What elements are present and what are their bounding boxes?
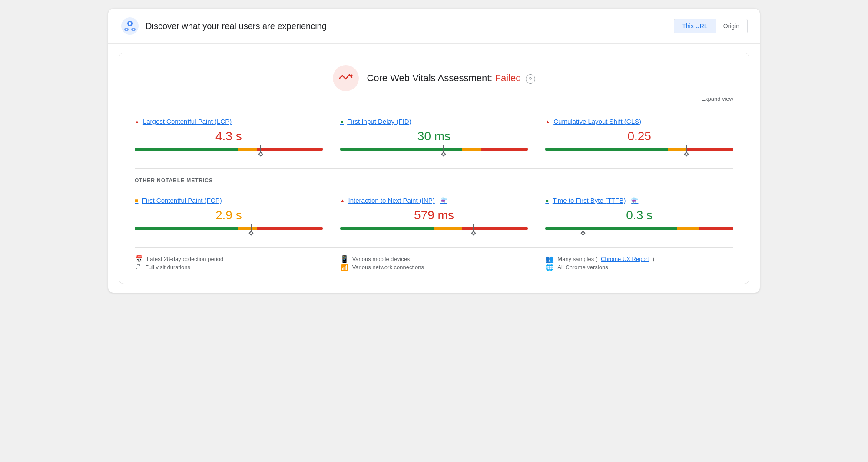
bar-marker-cls [685,145,688,156]
bar-red-fcp [257,227,322,230]
other-metrics-grid: ■ First Contentful Paint (FCP) 2.9 s ▲ I… [135,190,733,237]
metric-item-fcp: ■ First Contentful Paint (FCP) 2.9 s [135,190,323,237]
footer-item-text: Various network connections [352,264,424,271]
progress-bar-ttfb [545,227,733,230]
bar-red-cls [686,148,733,151]
bar-red-ttfb [699,227,733,230]
bar-marker-fcp [249,224,253,235]
bar-orange-fid [462,148,481,151]
progress-bar-lcp [135,148,323,151]
svg-point-4 [129,22,131,25]
header: Discover what your real users are experi… [108,9,760,44]
bar-green-fcp [135,227,238,230]
metric-label-text-cls: Cumulative Layout Shift (CLS) [553,118,641,125]
experimental-icon: ⚗️ [440,197,447,204]
bar-red-fid [481,148,528,151]
metric-label-ttfb[interactable]: ● Time to First Byte (TTFB) ⚗️ [545,197,733,204]
status-icon-fcp: ■ [135,197,138,204]
metric-label-text-fid: First Input Delay (FID) [347,118,411,125]
bar-green-cls [545,148,667,151]
expand-view-button[interactable]: Expand view [135,96,733,102]
cwv-info-icon[interactable]: ? [526,74,535,84]
marker-diamond-inp [471,231,476,235]
header-left: Discover what your real users are experi… [120,16,327,36]
other-metrics-title: OTHER NOTABLE METRICS [135,178,733,184]
metric-label-text-inp: Interaction to Next Paint (INP) [348,197,435,204]
footer-col-1: 📱Various mobile devices📶Various network … [340,255,528,271]
metric-value-fcp: 2.9 s [135,208,323,222]
metric-label-lcp[interactable]: ▲ Largest Contentful Paint (LCP) [135,118,323,125]
metric-label-text-ttfb: Time to First Byte (TTFB) [553,197,626,204]
footer-item-icon: 👥 [545,255,554,263]
cwv-status: Failed [495,73,521,83]
experimental-icon: ⚗️ [631,197,638,204]
footer-item-icon: ⏱ [135,263,142,271]
main-card: Core Web Vitals Assessment: Failed ? Exp… [119,53,749,284]
status-icon-fid: ● [340,118,344,125]
footer-item-text: Full visit durations [145,264,190,271]
footer-item: 🌐All Chrome versions [545,263,733,271]
cwv-header: Core Web Vitals Assessment: Failed ? [135,65,733,91]
url-toggle: This URL Origin [674,19,748,33]
svg-point-5 [126,29,127,30]
footer-col-2: 👥Many samples (Chrome UX Report)🌐All Chr… [545,255,733,271]
footer-item-text: Latest 28-day collection period [147,256,223,262]
footer-item-icon: 🌐 [545,263,554,271]
svg-marker-7 [351,74,353,76]
metric-item-ttfb: ● Time to First Byte (TTFB) ⚗️ 0.3 s [545,190,733,237]
bar-orange-cls [668,148,686,151]
bar-orange-lcp [238,148,257,151]
status-icon-ttfb: ● [545,197,549,204]
metric-value-ttfb: 0.3 s [545,208,733,222]
metric-label-cls[interactable]: ▲ Cumulative Layout Shift (CLS) [545,118,733,125]
progress-bar-fid [340,148,528,151]
metric-label-text-lcp: Largest Contentful Paint (LCP) [143,118,232,125]
metric-label-inp[interactable]: ▲ Interaction to Next Paint (INP) ⚗️ [340,197,528,204]
logo-icon [120,16,139,36]
metric-value-cls: 0.25 [545,129,733,143]
bar-marker-fid [442,145,445,156]
footer-col-0: 📅Latest 28-day collection period⏱Full vi… [135,255,323,271]
bar-marker-inp [472,224,475,235]
marker-diamond-lcp [258,152,263,156]
cwv-icon-circle [333,65,359,91]
metric-value-lcp: 4.3 s [135,129,323,143]
bar-green-inp [340,227,434,230]
bar-marker-lcp [259,145,262,156]
svg-point-6 [133,29,134,30]
footer-item: 📱Various mobile devices [340,255,528,263]
section-divider [135,168,733,169]
metric-label-fid[interactable]: ● First Input Delay (FID) [340,118,528,125]
progress-bar-inp [340,227,528,230]
page-wrapper: Discover what your real users are experi… [108,9,760,293]
origin-button[interactable]: Origin [716,19,747,33]
footer-item-text: All Chrome versions [557,264,608,271]
footer-item: 👥Many samples (Chrome UX Report) [545,255,733,263]
bar-green-ttfb [545,227,677,230]
marker-diamond-cls [684,152,689,156]
footer-item-icon: 📶 [340,263,349,271]
metric-item-lcp: ▲ Largest Contentful Paint (LCP) 4.3 s [135,111,323,158]
footer-item-icon: 📅 [135,255,143,263]
header-title: Discover what your real users are experi… [146,21,327,31]
progress-bar-cls [545,148,733,151]
chrome-ux-report-link[interactable]: Chrome UX Report [601,256,649,262]
core-metrics-grid: ▲ Largest Contentful Paint (LCP) 4.3 s ●… [135,111,733,158]
bar-red-lcp [257,148,322,151]
metric-item-fid: ● First Input Delay (FID) 30 ms [340,111,528,158]
footer-item-icon: 📱 [340,255,349,263]
this-url-button[interactable]: This URL [674,19,715,33]
bar-green-lcp [135,148,238,151]
marker-diamond-fcp [249,231,254,235]
metric-item-cls: ▲ Cumulative Layout Shift (CLS) 0.25 [545,111,733,158]
footer-item-text: Various mobile devices [352,256,410,262]
progress-bar-fcp [135,227,323,230]
metric-label-fcp[interactable]: ■ First Contentful Paint (FCP) [135,197,323,204]
marker-diamond-fid [441,152,446,156]
footer-item: 📶Various network connections [340,263,528,271]
marker-diamond-ttfb [580,231,585,235]
cwv-title-prefix: Core Web Vitals Assessment: [367,73,495,83]
metric-value-inp: 579 ms [340,208,528,222]
status-icon-inp: ▲ [340,198,345,203]
bar-orange-inp [434,227,462,230]
